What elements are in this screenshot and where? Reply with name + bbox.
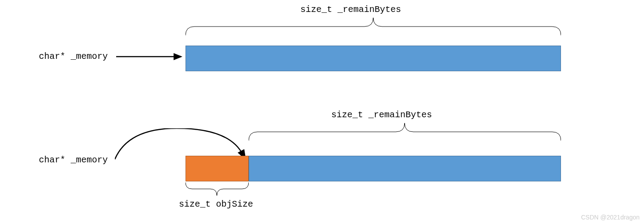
arrow-1 (116, 51, 182, 64)
pointer-label-2: char* _memory (39, 155, 108, 165)
brace-label-1: size_t _remainBytes (300, 4, 401, 15)
brace-bottom-obj (186, 182, 249, 196)
memory-bar-1 (186, 46, 561, 71)
remain-segment-2 (249, 156, 561, 181)
brace-top-2 (249, 123, 561, 141)
watermark: CSDN @2021dragon (581, 214, 640, 221)
memory-bar-2 (186, 156, 561, 181)
pointer-label-1: char* _memory (39, 51, 108, 62)
obj-segment (186, 156, 249, 181)
brace-top-1 (186, 18, 561, 35)
svg-marker-1 (174, 53, 182, 60)
brace-label-2: size_t _remainBytes (331, 110, 432, 120)
obj-label: size_t objSize (179, 199, 253, 209)
remain-segment-1 (186, 46, 561, 71)
